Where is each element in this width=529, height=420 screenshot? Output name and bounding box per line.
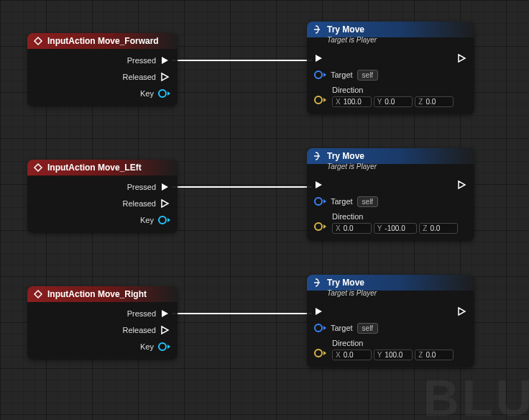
exec-in-icon[interactable]: [314, 53, 324, 63]
data-out-icon: [158, 342, 170, 351]
node-title: Try Move: [327, 24, 364, 35]
pin-released[interactable]: Released: [34, 324, 170, 336]
node-subtitle: Target is Player: [307, 163, 474, 173]
exec-out-icon[interactable]: [457, 180, 467, 190]
target-self-pill: self: [357, 70, 379, 81]
dir-y-input[interactable]: [385, 224, 413, 232]
exec-out-icon: [160, 55, 170, 65]
vector-field: X Y Z: [332, 223, 458, 234]
vector-field: X Y Z: [332, 96, 454, 107]
target-self-pill: self: [357, 196, 379, 207]
pin-direction[interactable]: Direction X Y Z: [314, 339, 467, 360]
dir-z-input[interactable]: [426, 351, 450, 359]
node-inputaction-left[interactable]: InputAction Move_LEft Pressed Released K…: [27, 160, 178, 233]
data-out-icon: [158, 216, 170, 224]
node-trymove-2[interactable]: Try Move Target is Player Target self Di…: [307, 275, 474, 368]
node-inputaction-forward[interactable]: InputAction Move_Forward Pressed Release…: [27, 33, 178, 106]
exec-in-icon[interactable]: [314, 306, 324, 316]
node-header[interactable]: InputAction Move_Forward: [27, 33, 178, 49]
pin-key[interactable]: Key: [34, 88, 170, 99]
pin-pressed[interactable]: Pressed: [34, 181, 170, 193]
node-subtitle: Target is Player: [307, 36, 474, 47]
node-title: InputAction Move_LEft: [47, 163, 142, 173]
exec-out-icon: [160, 309, 170, 319]
event-icon: [33, 289, 43, 299]
node-subtitle: Target is Player: [307, 289, 474, 300]
watermark: BLU: [423, 370, 529, 420]
node-title: InputAction Move_Forward: [47, 36, 159, 46]
event-icon: [33, 163, 43, 173]
node-inputaction-right[interactable]: InputAction Move_Right Pressed Released …: [27, 286, 178, 360]
dir-z-input[interactable]: [430, 224, 454, 232]
data-in-icon: [314, 324, 326, 332]
function-icon: [313, 278, 323, 288]
node-header[interactable]: Try Move: [307, 275, 474, 291]
function-icon: [313, 151, 323, 161]
target-self-pill: self: [357, 323, 379, 334]
event-icon: [33, 36, 43, 46]
node-title: InputAction Move_Right: [47, 289, 147, 299]
pin-target[interactable]: Target self: [314, 322, 467, 334]
data-out-icon: [158, 89, 170, 98]
exec-out-icon[interactable]: [457, 306, 467, 316]
pin-pressed[interactable]: Pressed: [34, 308, 170, 319]
node-header[interactable]: Try Move: [307, 148, 474, 164]
dir-x-input[interactable]: [344, 351, 368, 359]
node-title: Try Move: [327, 278, 364, 288]
data-in-icon: [314, 197, 326, 206]
pin-pressed[interactable]: Pressed: [34, 55, 170, 66]
pin-direction[interactable]: Direction X Y Z: [314, 212, 467, 234]
vector-field: X Y Z: [332, 350, 454, 360]
exec-out-icon: [160, 72, 170, 82]
exec-out-icon[interactable]: [457, 53, 467, 63]
pin-released[interactable]: Released: [34, 71, 170, 83]
dir-z-input[interactable]: [426, 98, 450, 106]
pin-target[interactable]: Target self: [314, 69, 467, 81]
function-icon: [313, 24, 323, 35]
dir-y-input[interactable]: [385, 98, 409, 106]
node-title: Try Move: [327, 151, 364, 161]
data-in-icon: [314, 222, 326, 231]
pin-target[interactable]: Target self: [314, 196, 467, 207]
dir-y-input[interactable]: [385, 351, 409, 359]
node-header[interactable]: Try Move: [307, 22, 474, 37]
pin-direction[interactable]: Direction X Y Z: [314, 86, 467, 107]
pin-released[interactable]: Released: [34, 198, 170, 209]
dir-x-input[interactable]: [344, 224, 368, 232]
exec-in-icon[interactable]: [314, 180, 324, 190]
node-header[interactable]: InputAction Move_LEft: [27, 160, 178, 175]
data-in-icon: [314, 70, 326, 79]
node-header[interactable]: InputAction Move_Right: [27, 286, 178, 302]
dir-x-input[interactable]: [344, 98, 368, 106]
data-in-icon: [314, 96, 326, 104]
node-trymove-0[interactable]: Try Move Target is Player Target self Di…: [307, 22, 474, 114]
exec-out-icon: [160, 198, 170, 209]
exec-out-icon: [160, 182, 170, 192]
data-in-icon: [314, 349, 326, 357]
node-trymove-1[interactable]: Try Move Target is Player Target self Di…: [307, 148, 474, 241]
exec-out-icon: [160, 325, 170, 335]
pin-key[interactable]: Key: [34, 341, 170, 352]
pin-key[interactable]: Key: [34, 214, 170, 226]
